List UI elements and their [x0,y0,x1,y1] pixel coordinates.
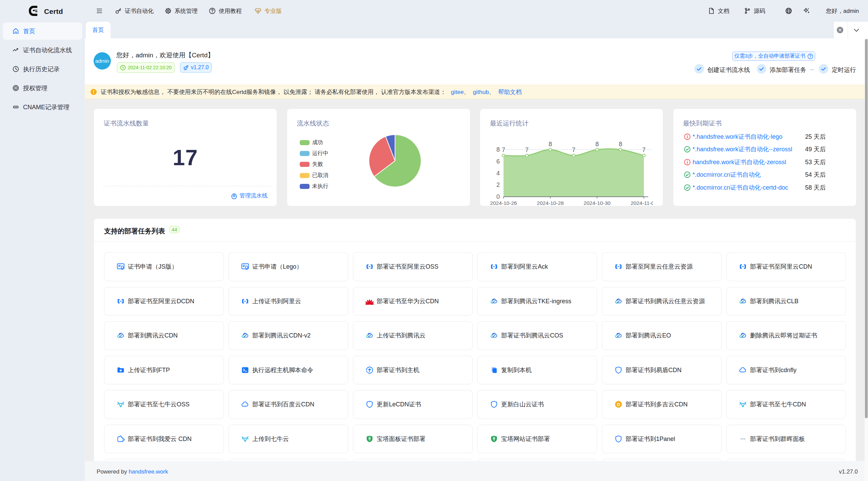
svg-text:2024-10-26: 2024-10-26 [490,200,517,206]
svg-text:0: 0 [496,193,500,200]
svg-text:2: 2 [496,181,500,188]
svg-text:2024-10-28: 2024-10-28 [537,200,564,206]
svg-text:2024-10-30: 2024-10-30 [584,200,611,206]
svg-text:8: 8 [619,141,622,148]
svg-text:4: 4 [496,170,500,177]
svg-text:8: 8 [595,141,599,148]
svg-text:2024-11-01: 2024-11-01 [631,200,653,206]
svg-text:6: 6 [496,158,500,165]
svg-text:8: 8 [549,141,552,148]
svg-text:7: 7 [642,147,646,153]
svg-text:8: 8 [496,146,500,153]
svg-text:7: 7 [502,147,505,153]
svg-text:7: 7 [572,147,575,153]
svg-text:7: 7 [525,147,529,153]
